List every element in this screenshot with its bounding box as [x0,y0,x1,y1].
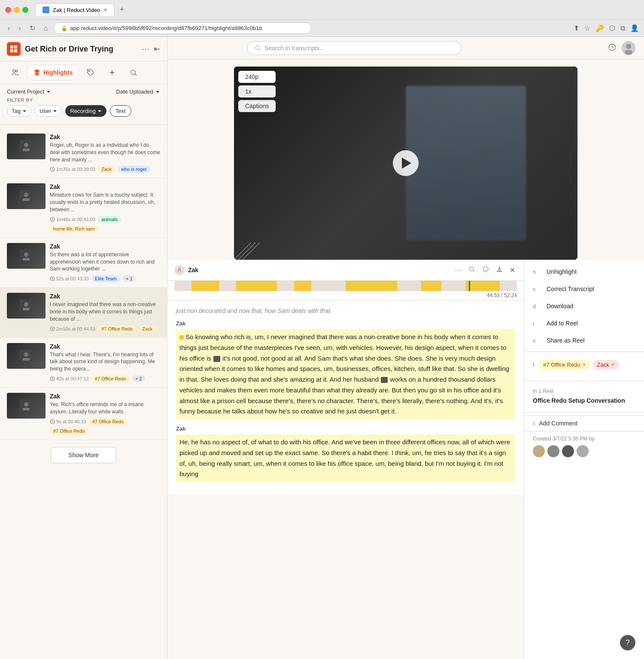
svg-point-42 [179,268,181,270]
transcript-download-button[interactable] [494,264,504,276]
extensions-button[interactable]: ⬡ [609,24,615,32]
address-bar[interactable]: 🔒 app.reduct.video/#/p/5998b5f692/record… [54,22,311,34]
project-menu-button[interactable]: ⋯ [142,44,149,54]
history-button[interactable] [608,43,617,54]
list-item[interactable]: Zak Roger, uh, Roger is as a individual … [0,128,167,178]
thumb-image [7,243,46,269]
maximize-window-button[interactable] [22,7,28,13]
progress-segment [294,281,311,291]
tag-office-5[interactable]: #7 Office Redo [91,375,130,382]
highlights-label: Highlights [43,69,73,76]
forward-button[interactable]: › [16,23,23,34]
refresh-button[interactable]: ↻ [27,22,38,34]
transcript-close-button[interactable]: ✕ [508,264,517,276]
list-item[interactable]: Zak Miniature cows for Sam is a touchy s… [0,178,167,237]
back-button[interactable]: ‹ [5,23,12,34]
transcript-emoji-button[interactable] [480,264,491,276]
list-item[interactable]: Zak I never imagined that there was a no… [0,288,167,337]
highlight-meta: 2m10s at 00:44:53 #7 Office Redo Zack [50,325,160,332]
active-tab[interactable]: Zak | Reduct.Video ✕ [35,3,115,16]
sidebar-item-people[interactable] [5,65,25,80]
user-avatar[interactable] [622,41,635,55]
progress-bar[interactable] [174,281,517,291]
transcript-menu-button[interactable]: ⋯ [453,264,463,276]
download-item[interactable]: d Download [524,298,644,315]
correct-transcript-item[interactable]: x Correct Transcript [524,280,644,298]
add-comment-key: c [533,420,536,426]
tag-who-is-roger[interactable]: who is roger [118,166,150,173]
transcript-panel: Zak ⋯ ✕ [167,260,644,659]
search-bar[interactable]: Search in transcripts... [247,41,462,55]
bookmark-button[interactable]: ☆ [584,24,590,32]
creator-avatar-1 [533,445,545,457]
list-item[interactable]: Zak So there was a lot of apprehensive a… [0,238,167,288]
tag-zack-4[interactable]: Zack [139,325,156,332]
captions-button[interactable]: Captions [238,100,276,112]
tag-zack[interactable]: Zack [98,166,115,173]
tag-office-6b[interactable]: #7 Office Redo [50,428,88,434]
sidebar-item-add[interactable] [102,65,122,80]
tag-office-redo[interactable]: #7 Office Redo [98,325,136,332]
highlight-speaker: Zak [50,343,160,350]
date-select[interactable]: Date Uploaded [116,88,160,95]
tag-elite-team[interactable]: Elite Team [91,275,120,282]
tag-office-6a[interactable]: #7 Office Redo [89,418,127,425]
speaker-icon [174,265,185,275]
new-tab-button[interactable]: + [116,4,128,15]
browser-actions: ⬆ ☆ 🔑 ⬡ ⧉ 👤 [574,24,639,32]
share-as-reel-item[interactable]: s Share as Reel [524,332,644,349]
sidebar-item-tags[interactable] [81,65,100,80]
highlight-time: 52s at 00:43:33 [50,276,89,281]
profile-button[interactable]: 👤 [630,24,639,32]
password-button[interactable]: 🔑 [595,24,604,32]
help-button[interactable]: ? [620,635,635,650]
close-window-button[interactable] [5,7,11,13]
tab-close-button[interactable]: ✕ [103,7,107,13]
sidebar-item-search[interactable] [124,65,143,80]
filter-user[interactable]: User [35,105,62,117]
add-comment-item[interactable]: c Add Comment [524,415,644,431]
speed-button[interactable]: 1x [238,85,276,97]
tag-zack-close[interactable]: ✕ [611,362,615,367]
tag-zack-ctx[interactable]: Zack ✕ [593,360,619,370]
share-button[interactable]: ⬆ [574,24,579,32]
quality-button[interactable]: 240p [238,71,276,83]
progress-segment [465,281,500,291]
highlight-meta: 1m48s at 00:41:03 animals home life, Ric… [50,216,160,232]
people-icon [11,69,19,76]
search-bar-icon [254,45,261,52]
add-reel-key: r [533,320,541,327]
svg-rect-28 [23,358,30,361]
split-view-button[interactable]: ⧉ [620,24,625,32]
app-container: Get Rich or Drive Trying ⋯ ⇤ Highlights [0,37,644,659]
tag-zack-label: Zack [597,361,609,368]
tag-home-life[interactable]: home life, Rich sam [50,225,98,232]
history-icon [608,43,617,52]
unhighlight-item[interactable]: h Unhighlight [524,263,644,280]
show-more-button[interactable]: Show More [51,447,116,463]
tag-office-redo[interactable]: #7 Office Redo ✕ [539,360,590,370]
filter-recording[interactable]: Recording [65,105,106,117]
video-player: 240p 1x Captions [234,67,577,260]
project-select[interactable]: Current Project [7,88,51,95]
highlight-thumbnail [7,243,46,269]
minimize-window-button[interactable] [14,7,20,13]
filter-text[interactable]: Text [110,105,131,117]
highlight-time: 2m10s at 00:44:53 [50,326,95,331]
highlights-icon [33,69,41,76]
back-to-project-button[interactable]: ⇤ [154,44,160,54]
transcript-paragraph-1: So knowing who rich is, um, I never imag… [176,329,515,419]
play-button[interactable] [393,150,419,176]
list-item[interactable]: Zak Yes. Rich's office reminds me of a i… [0,388,167,440]
reel-name: Office Redo Setup Conversation [533,397,635,405]
highlight-thumbnail [7,183,46,209]
home-button[interactable]: ⌂ [41,23,51,34]
filter-tag[interactable]: Tag [7,105,31,117]
transcript-search-button[interactable] [467,264,477,276]
sidebar-item-highlights[interactable]: Highlights [27,65,79,80]
in-reel-label: In 1 Reel [533,388,635,394]
add-to-reel-item[interactable]: r Add to Reel [524,315,644,332]
tag-animals[interactable]: animals [98,216,121,223]
tag-office-close[interactable]: ✕ [582,362,586,367]
list-item[interactable]: Zak That's what I hear. There's, I'm hea… [0,338,167,388]
